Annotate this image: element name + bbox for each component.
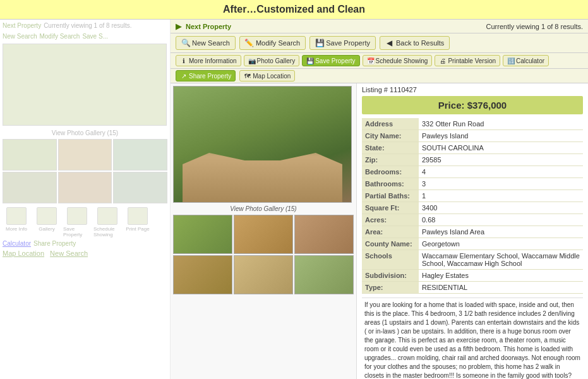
calculator-button[interactable]: 🔢 Calculator xyxy=(503,55,549,66)
next-property-link[interactable]: Next Property xyxy=(186,23,231,30)
address-row: Address 332 Otter Run Road xyxy=(362,118,583,130)
bedrooms-row: Bedrooms: 4 xyxy=(362,166,583,178)
zip-row: Zip: 29585 xyxy=(362,154,583,166)
sidebar-save[interactable]: Save S... xyxy=(82,33,108,40)
sidebar-icon-save[interactable]: Save Property xyxy=(63,207,91,238)
sidebar-viewing-status: Currently viewing 1 of 8 results. xyxy=(44,22,132,29)
save-property-button[interactable]: 💾 Save Property xyxy=(309,36,376,50)
new-search-label: New Search xyxy=(192,39,230,47)
sidebar-gallery-icon xyxy=(37,207,57,225)
calculator-icon: 🔢 xyxy=(507,57,515,64)
sidebar-search-row: New Search Modify Search Save S... xyxy=(3,33,167,40)
acres-value: 0.68 xyxy=(419,214,583,226)
bathrooms-row: Bathrooms: 3 xyxy=(362,178,583,190)
back-to-results-label: Back to Results xyxy=(396,39,444,47)
photo-gallery-button[interactable]: 📷 Photo Gallery xyxy=(244,55,300,66)
bathrooms-label: Bathrooms: xyxy=(362,178,419,190)
area-row: Area: Pawleys Island Area xyxy=(362,226,583,238)
back-to-results-button[interactable]: ◀ Back to Results xyxy=(380,36,450,50)
city-label: City Name: xyxy=(362,130,419,142)
subdivision-row: Subdivision: Hagley Estates xyxy=(362,270,583,282)
sidebar-new-search2-link[interactable]: New Search xyxy=(50,250,88,257)
bedrooms-value: 4 xyxy=(419,166,583,178)
content-body: View Photo Gallery (15) Listing # 111042… xyxy=(171,83,588,379)
new-search-button[interactable]: 🔍 New Search xyxy=(176,36,236,50)
state-label: State: xyxy=(362,142,419,154)
acres-row: Acres: 0.68 xyxy=(362,214,583,226)
sidebar-main-image xyxy=(3,44,167,126)
sqft-row: Square Ft: 3400 xyxy=(362,202,583,214)
modify-search-button[interactable]: ✏️ Modify Search xyxy=(239,36,306,50)
sqft-value: 3400 xyxy=(419,202,583,214)
share-property-button[interactable]: ↗ Share Property xyxy=(176,70,236,81)
share-property-label: Share Property xyxy=(189,73,231,80)
sidebar-thumb-3 xyxy=(113,139,167,171)
sidebar-next-property[interactable]: Next Property xyxy=(3,22,41,29)
sidebar-thumb-4 xyxy=(3,172,57,203)
type-label: Type: xyxy=(362,282,419,294)
schedule-label: Schedule Showing xyxy=(376,57,428,64)
sidebar-thumb-5 xyxy=(58,172,112,203)
sidebar-print-label: Print Page xyxy=(126,226,149,232)
toolbar: 🔍 New Search ✏️ Modify Search 💾 Save Pro… xyxy=(171,33,588,53)
printable-version-button[interactable]: 🖨 Printable Version xyxy=(435,55,500,66)
schedule-showing-button[interactable]: 📅 Schedule Showing xyxy=(363,55,433,66)
modify-search-label: Modify Search xyxy=(256,39,300,47)
save-property-sub-label: Save Property xyxy=(315,57,355,64)
schools-row: Schools Waccamaw Elementary School, Wacc… xyxy=(362,250,583,270)
photo-gallery-label: Photo Gallery xyxy=(257,57,296,64)
modify-search-icon: ✏️ xyxy=(245,39,254,47)
photo-thumb-2[interactable] xyxy=(234,215,293,254)
map-location-button[interactable]: 🗺 Map Location xyxy=(239,70,295,81)
sidebar-modify-search[interactable]: Modify Search xyxy=(39,33,80,40)
photo-gallery-icon: 📷 xyxy=(248,57,256,64)
sidebar-icon-schedule[interactable]: Schedule Showing xyxy=(93,207,121,238)
sidebar-share-link[interactable]: Share Property xyxy=(33,240,76,247)
printable-label: Printable Version xyxy=(448,57,496,64)
photo-section: View Photo Gallery (15) xyxy=(171,83,357,379)
state-value: SOUTH CAROLINA xyxy=(419,142,583,154)
sidebar-more-info-label: More Info xyxy=(6,226,27,232)
county-value: Georgetown xyxy=(419,238,583,250)
sidebar-icon-more-info[interactable]: More Info xyxy=(3,207,30,238)
photo-thumb-3[interactable] xyxy=(294,215,354,254)
printable-icon: 🖨 xyxy=(439,57,447,64)
sidebar-new-search[interactable]: New Search xyxy=(3,33,37,40)
share-icon: ↗ xyxy=(180,72,188,80)
more-info-icon: ℹ xyxy=(180,57,188,64)
sidebar-schedule-label: Schedule Showing xyxy=(93,226,121,238)
photo-thumb-5[interactable] xyxy=(234,255,293,294)
description-text: If you are looking for a home that is lo… xyxy=(362,298,583,379)
sidebar-icon-print[interactable]: Print Page xyxy=(124,207,152,238)
photo-thumb-6[interactable] xyxy=(294,255,354,294)
sidebar-calculator-link[interactable]: Calculator xyxy=(3,240,31,247)
zip-value: 29585 xyxy=(419,154,583,166)
city-value: Pawleys Island xyxy=(419,130,583,142)
partial-baths-value: 1 xyxy=(419,190,583,202)
photo-thumb-4[interactable] xyxy=(173,255,232,294)
sidebar-save-icon xyxy=(67,207,87,225)
main-area: Next Property Currently viewing 1 of 8 r… xyxy=(0,20,588,379)
more-information-button[interactable]: ℹ More Information xyxy=(176,55,241,66)
sidebar-gallery-icon-label: Gallery xyxy=(39,226,54,232)
county-row: County Name: Georgetown xyxy=(362,238,583,250)
save-property-label: Save Property xyxy=(326,39,370,47)
more-information-label: More Information xyxy=(189,57,237,64)
save-property-sub-button[interactable]: 💾 Save Property xyxy=(302,55,359,66)
gallery-label: View Photo Gallery (15) xyxy=(173,205,354,212)
next-property-icon: ▶ xyxy=(176,21,182,31)
top-bar-left: ▶ Next Property xyxy=(176,21,231,31)
sidebar-icon-gallery[interactable]: Gallery xyxy=(33,207,61,238)
bedrooms-label: Bedrooms: xyxy=(362,166,419,178)
photo-thumb-1[interactable] xyxy=(173,215,232,254)
subdivision-label: Subdivision: xyxy=(362,270,419,282)
house-illustration xyxy=(174,126,351,202)
map-location-label: Map Location xyxy=(253,73,291,80)
page-wrapper: After…Customized and Clean Next Property… xyxy=(0,0,588,379)
schools-label: Schools xyxy=(362,250,419,270)
sidebar-map-link[interactable]: Map Location xyxy=(3,250,44,257)
sidebar-nav-row: Next Property Currently viewing 1 of 8 r… xyxy=(3,22,167,29)
content-panel: ▶ Next Property Currently viewing 1 of 8… xyxy=(171,20,588,379)
state-row: State: SOUTH CAROLINA xyxy=(362,142,583,154)
page-title: After…Customized and Clean xyxy=(0,0,588,20)
